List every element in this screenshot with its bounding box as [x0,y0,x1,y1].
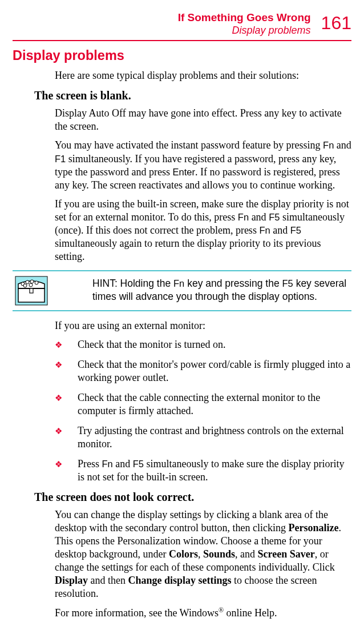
problem-heading-incorrect-screen: The screen does not look correct. [34,491,351,504]
svg-point-8 [29,283,33,287]
bold-term-display: Display [55,575,88,586]
diamond-bullet-icon: ❖ [55,459,62,470]
key-fn: Fn [102,459,113,469]
body-paragraph: If you are using the built-in screen, ma… [55,198,351,263]
text-run: and [113,458,133,470]
list-item-text: Try adjusting the contrast and brightnes… [78,425,344,450]
svg-point-4 [26,280,29,284]
text-run: key and pressing the [184,278,282,289]
text-run: and [334,139,351,151]
diamond-bullet-icon: ❖ [55,426,62,437]
text-run: and [249,211,269,223]
key-fn: Fn [323,140,334,150]
svg-rect-9 [30,288,33,293]
page-number: 161 [321,14,351,32]
key-f5: F5 [282,278,293,288]
document-page: If Something Goes Wrong Display problems… [0,0,364,634]
bold-term-sounds: Sounds [203,548,235,560]
text-run: For more information, see the Windows [55,607,219,619]
external-monitor-intro: If you are using an external monitor: [55,319,351,332]
text-run: You can change the display settings by c… [55,509,328,533]
list-item: ❖Check that the monitor's power cord/cab… [55,358,351,384]
diamond-bullet-icon: ❖ [55,360,62,371]
bold-term-personalize: Personalize [288,522,338,533]
body-paragraph: Display Auto Off may have gone into effe… [55,107,351,133]
text-run: and then [88,575,128,586]
bold-term-screen-saver: Screen Saver [258,548,315,560]
text-run: , [198,548,203,560]
page-header: If Something Goes Wrong Display problems… [13,11,351,37]
svg-point-7 [23,284,27,287]
section-subtitle: Display problems [178,25,311,37]
text-run: and [270,224,290,236]
intro-paragraph: Here are some typical display problems a… [55,69,351,82]
treasure-chest-icon [15,276,48,306]
text-run: You may have activated the instant passw… [55,139,323,151]
list-item: ❖Check that the cable connecting the ext… [55,391,351,418]
svg-point-5 [30,280,34,283]
diamond-bullet-icon: ❖ [55,393,62,404]
text-run: online Help. [224,607,277,619]
list-item-text: Check that the monitor's power cord/cabl… [78,359,350,383]
external-monitor-checklist: ❖Check that the monitor is turned on. ❖C… [55,338,351,484]
key-f5: F5 [290,225,301,235]
body-paragraph: For more information, see the Windows® o… [55,606,351,620]
list-item: ❖Try adjusting the contrast and brightne… [55,424,351,451]
list-item-text: Check that the cable connecting the exte… [78,392,320,416]
list-item: ❖Press Fn and F5 simultaneously to make … [55,458,351,484]
key-fn: Fn [259,225,270,235]
header-divider [13,40,351,41]
list-item: ❖Check that the monitor is turned on. [55,338,351,351]
svg-point-6 [35,281,38,284]
key-fn: Fn [238,212,249,222]
registered-trademark-symbol: ® [219,606,224,614]
key-f5: F5 [133,459,144,469]
problem-heading-blank-screen: The screen is blank. [34,89,351,102]
list-item-text: Check that the monitor is turned on. [78,339,225,350]
chapter-title: If Something Goes Wrong [178,11,311,25]
key-fn: Fn [173,278,184,288]
hint-callout: HINT: Holding the Fn key and pressing th… [13,270,351,311]
header-text-block: If Something Goes Wrong Display problems [178,11,311,37]
bold-term-colors: Colors [169,548,198,560]
key-f1: F1 [55,154,66,164]
key-f5: F5 [269,212,280,222]
body-paragraph: You can change the display settings by c… [55,508,351,600]
key-enter: Enter [172,167,195,177]
text-run: Press [78,458,102,470]
section-heading: Display problems [13,48,351,63]
hint-text: HINT: Holding the Fn key and pressing th… [92,277,351,303]
text-run: , and [235,548,258,560]
diamond-bullet-icon: ❖ [55,340,62,351]
body-paragraph: You may have activated the instant passw… [55,139,351,191]
bold-term-change-display-settings: Change display settings [128,575,232,586]
text-run: simultaneously again to return the displ… [55,238,321,262]
text-run: HINT: Holding the [92,278,173,289]
